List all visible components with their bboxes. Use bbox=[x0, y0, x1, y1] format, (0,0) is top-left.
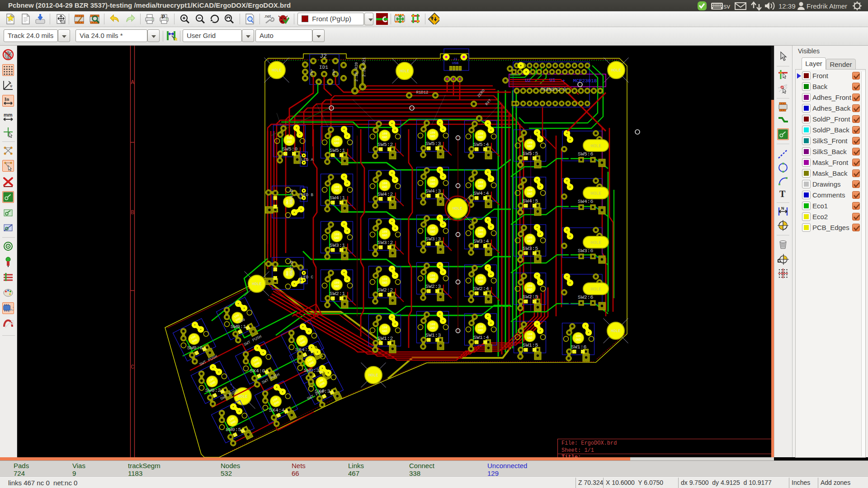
svg-text:HOLE: HOLE bbox=[368, 373, 378, 378]
svg-text:12:39: 12:39 bbox=[778, 2, 796, 10]
svg-text:J1: J1 bbox=[453, 57, 458, 61]
svg-text:P: P bbox=[162, 14, 165, 19]
svg-text:SW3:4: SW3:4 bbox=[473, 238, 489, 244]
svg-text:SW2:0: SW2:0 bbox=[289, 261, 294, 276]
svg-text:Sheet: 1/1: Sheet: 1/1 bbox=[561, 447, 594, 454]
svg-text:2.2K R21: 2.2K R21 bbox=[362, 57, 367, 77]
svg-text:SW2:3: SW2:3 bbox=[425, 283, 441, 289]
svg-text:ID1: ID1 bbox=[319, 65, 328, 70]
svg-text:SW1:4: SW1:4 bbox=[473, 334, 489, 340]
svg-text:HOLE: HOLE bbox=[238, 394, 248, 399]
svg-text:SW2:6: SW2:6 bbox=[578, 294, 594, 300]
svg-text:SW0:1: SW0:1 bbox=[231, 324, 246, 329]
svg-text:B: B bbox=[131, 210, 134, 216]
svg-text:SW2:5: SW2:5 bbox=[523, 294, 538, 300]
svg-text:+: + bbox=[562, 79, 565, 84]
svg-text:N: N bbox=[781, 206, 784, 211]
svg-text:SW3:5: SW3:5 bbox=[523, 245, 538, 251]
svg-text:Fredrik Atmer: Fredrik Atmer bbox=[807, 2, 847, 10]
svg-text:SW0:5: SW0:5 bbox=[226, 427, 241, 432]
svg-text:T: T bbox=[779, 189, 786, 199]
svg-text:SW4:0: SW4:0 bbox=[289, 189, 294, 204]
svg-text:SW5:0: SW5:0 bbox=[282, 146, 298, 152]
svg-text:SW4:5: SW4:5 bbox=[523, 198, 538, 204]
svg-text:SW4:1: SW4:1 bbox=[330, 195, 345, 201]
svg-text:MCP23018: MCP23018 bbox=[573, 78, 597, 84]
svg-text:SW1:2: SW1:2 bbox=[377, 335, 393, 341]
svg-text:SW2:4: SW2:4 bbox=[473, 286, 489, 291]
svg-text:.net: .net bbox=[264, 14, 271, 19]
svg-text:SW1:3: SW1:3 bbox=[425, 332, 441, 338]
svg-text:SW3:6: SW3:6 bbox=[578, 248, 594, 253]
svg-text:INP: INP bbox=[332, 69, 336, 76]
svg-text:SW3:1: SW3:1 bbox=[330, 242, 345, 248]
svg-text:SW4:6: SW4:6 bbox=[578, 198, 594, 204]
svg-text:HOLE: HOLE bbox=[611, 68, 621, 73]
svg-text:SW3:3: SW3:3 bbox=[425, 236, 441, 242]
svg-text:R1D12: R1D12 bbox=[416, 90, 428, 95]
svg-text:SX4:0: SX4:0 bbox=[250, 368, 265, 374]
svg-text:LED B: LED B bbox=[301, 193, 314, 197]
svg-text:U1: U1 bbox=[549, 77, 556, 83]
svg-text:SX4:4: SX4:4 bbox=[269, 407, 285, 413]
svg-text:TEENSY2.0: TEENSY2.0 bbox=[541, 87, 566, 92]
svg-text:HOLE: HOLE bbox=[400, 69, 410, 74]
svg-text:LED A: LED A bbox=[301, 158, 314, 162]
svg-text:U2: U2 bbox=[525, 78, 531, 83]
svg-text:SW4:2: SW4:2 bbox=[377, 191, 393, 197]
svg-text:HOLE: HOLE bbox=[611, 329, 621, 333]
svg-text:mm: mm bbox=[4, 112, 13, 117]
svg-text:SW2:1: SW2:1 bbox=[330, 291, 345, 296]
svg-text:SW0:2: SW0:2 bbox=[205, 387, 221, 393]
svg-text:A: A bbox=[131, 80, 134, 86]
svg-text:HOLE: HOLE bbox=[272, 68, 282, 73]
svg-text:Title:: Title: bbox=[561, 454, 581, 457]
svg-text:SW5:4: SW5:4 bbox=[473, 141, 489, 147]
svg-text:INP: INP bbox=[310, 69, 314, 76]
svg-text:SW5:2: SW5:2 bbox=[377, 141, 393, 147]
svg-text:In: In bbox=[5, 96, 9, 102]
svg-text:SW3:2: SW3:2 bbox=[377, 239, 393, 245]
svg-text:2.2K R20: 2.2K R20 bbox=[354, 62, 359, 81]
svg-text:SW4:4: SW4:4 bbox=[473, 190, 489, 196]
svg-text:File: ErgoDOX.brd: File: ErgoDOX.brd bbox=[561, 440, 617, 446]
svg-text:SW0:0: SW0:0 bbox=[187, 345, 203, 351]
svg-text:SW1:6: SW1:6 bbox=[571, 344, 587, 350]
svg-text:SW1:5: SW1:5 bbox=[523, 342, 538, 348]
svg-text:SW2:2: SW2:2 bbox=[377, 287, 393, 293]
svg-text:SW5:3: SW5:3 bbox=[425, 141, 441, 146]
svg-text:SW4:3: SW4:3 bbox=[425, 188, 441, 194]
svg-text:USB: USB bbox=[452, 61, 459, 65]
svg-text:HOLE: HOLE bbox=[252, 282, 262, 286]
svg-text:J2: J2 bbox=[320, 53, 327, 60]
svg-text:HOLE: HOLE bbox=[453, 206, 462, 211]
svg-text:φ: φ bbox=[10, 84, 12, 88]
svg-text:C: C bbox=[131, 364, 134, 371]
svg-text:SW5:5: SW5:5 bbox=[523, 150, 538, 156]
svg-text:SW5:6: SW5:6 bbox=[578, 151, 594, 157]
svg-text:SW5:1: SW5:1 bbox=[330, 147, 345, 153]
svg-text:sv: sv bbox=[723, 2, 731, 10]
svg-text:LED C: LED C bbox=[301, 275, 314, 280]
